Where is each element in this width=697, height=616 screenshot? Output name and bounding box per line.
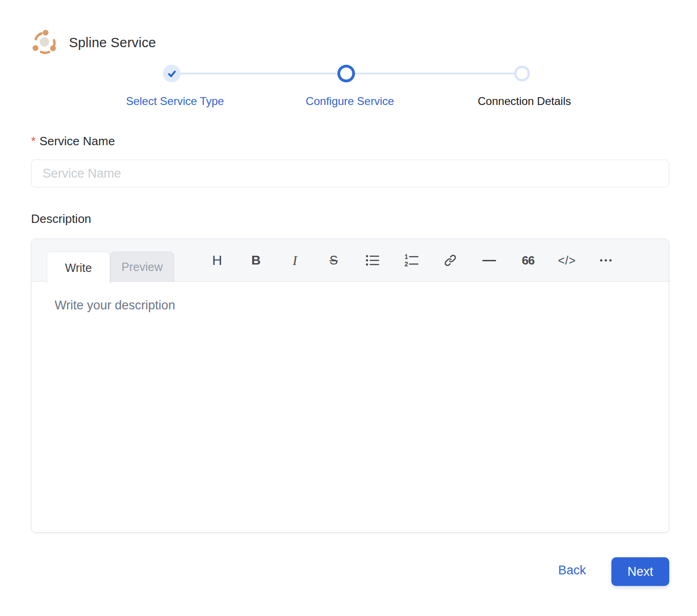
strikethrough-icon: S: [330, 253, 338, 268]
required-marker: *: [31, 134, 36, 148]
step-label-connection-details[interactable]: Connection Details: [478, 95, 571, 108]
link-icon: [444, 254, 457, 267]
strikethrough-button[interactable]: S: [314, 239, 353, 282]
code-button[interactable]: </>: [548, 239, 586, 282]
horizontal-rule-icon: [482, 260, 496, 261]
heading-icon: H: [212, 253, 222, 268]
editor-body: [31, 282, 669, 532]
description-input[interactable]: [31, 282, 669, 532]
quote-icon: 66: [522, 253, 535, 268]
ordered-list-button[interactable]: 1 2: [392, 239, 431, 282]
italic-button[interactable]: I: [275, 239, 314, 282]
step-label-select-service-type[interactable]: Select Service Type: [126, 95, 224, 108]
link-button[interactable]: [431, 239, 470, 282]
step-select-service-type-indicator[interactable]: [163, 65, 180, 82]
more-options-icon: [599, 259, 612, 262]
stepper: Select Service Type Configure Service Co…: [0, 0, 697, 116]
check-icon: [167, 69, 177, 79]
heading-button[interactable]: H: [198, 239, 236, 282]
tab-write[interactable]: Write: [47, 252, 110, 284]
stepper-connector: [173, 73, 346, 74]
svg-text:1: 1: [405, 254, 408, 260]
configure-service-page: Spline Service Select Service Type Confi…: [0, 0, 697, 616]
editor-toolbar: H B I S: [198, 239, 625, 282]
tab-preview[interactable]: Preview: [110, 252, 174, 282]
horizontal-rule-button[interactable]: [470, 239, 509, 282]
next-button[interactable]: Next: [611, 557, 669, 586]
code-icon: </>: [558, 254, 576, 267]
svg-text:2: 2: [405, 260, 408, 267]
unordered-list-icon: [366, 254, 380, 266]
step-configure-service-indicator[interactable]: [337, 65, 355, 82]
service-name-label-text: Service Name: [39, 134, 115, 148]
bold-icon: B: [251, 253, 261, 268]
quote-button[interactable]: 66: [509, 239, 548, 282]
unordered-list-button[interactable]: [353, 239, 392, 282]
italic-icon: I: [292, 253, 297, 268]
back-button[interactable]: Back: [558, 563, 586, 578]
service-name-label: *Service Name: [31, 134, 115, 148]
description-label: Description: [31, 212, 91, 226]
stepper-connector: [346, 73, 522, 74]
ordered-list-icon: 1 2: [405, 254, 418, 267]
step-label-configure-service[interactable]: Configure Service: [306, 95, 394, 108]
bold-button[interactable]: B: [236, 239, 275, 282]
description-editor: Write Preview H B I S: [31, 239, 669, 533]
editor-header: Write Preview H B I S: [31, 239, 669, 282]
service-name-input[interactable]: [31, 160, 669, 187]
step-connection-details-indicator[interactable]: [514, 66, 530, 81]
more-options-button[interactable]: [586, 239, 625, 282]
